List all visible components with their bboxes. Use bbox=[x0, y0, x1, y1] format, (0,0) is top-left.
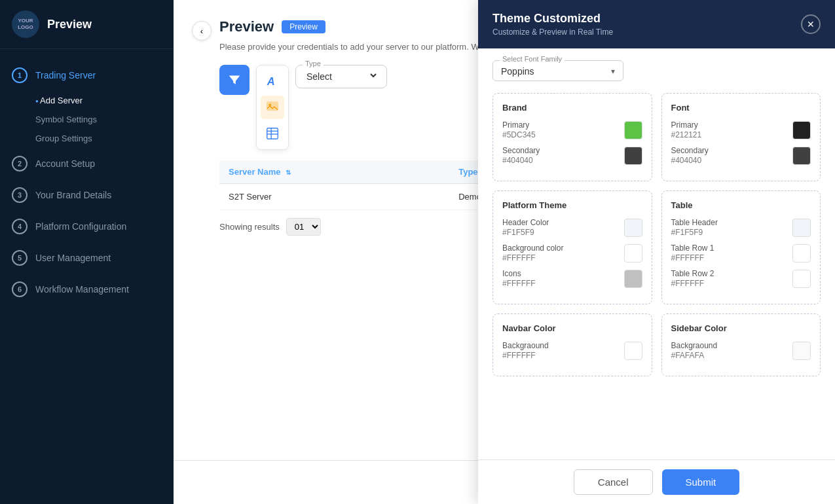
sidebar-item-label-3: Your Brand Details bbox=[35, 190, 111, 200]
sidebar-item-label-4: Platform Configuration bbox=[35, 221, 126, 232]
platform-bg-label: Background color bbox=[502, 243, 563, 253]
image-icon-btn[interactable] bbox=[261, 96, 284, 119]
navbar-bg-info: Backgraound #FFFFFF bbox=[502, 341, 549, 360]
navbar-title: Navbar Color bbox=[502, 323, 642, 333]
type-select[interactable]: Select Demo Live bbox=[304, 68, 379, 82]
sidebar-color-title: Sidebar Color bbox=[671, 323, 811, 333]
table-icon-btn[interactable] bbox=[261, 122, 284, 145]
table-row1-swatch[interactable] bbox=[792, 244, 811, 262]
theme-subtitle: Customize & Preview in Real Time bbox=[492, 27, 613, 37]
sidebar-bg-swatch[interactable] bbox=[792, 342, 811, 360]
theme-body: Select Font Family Poppins ▾ Brand Prima… bbox=[478, 48, 835, 459]
sidebar-item-label-2: Account Setup bbox=[35, 158, 95, 169]
platform-bg-row: Background color #FFFFFF bbox=[502, 243, 642, 262]
font-title: Font bbox=[671, 103, 811, 113]
theme-title: Theme Customized bbox=[492, 12, 613, 26]
sidebar-item-account-setup[interactable]: 2 Account Setup bbox=[0, 148, 174, 179]
sidebar-bg-hex: #FAFAFA bbox=[671, 351, 718, 360]
platform-header-swatch[interactable] bbox=[624, 219, 642, 237]
theme-header-text: Theme Customized Customize & Preview in … bbox=[492, 12, 613, 37]
brand-primary-row: Primary #5DC345 bbox=[502, 120, 642, 139]
theme-header: Theme Customized Customize & Preview in … bbox=[478, 0, 835, 48]
font-secondary-label: Secondary bbox=[671, 146, 709, 155]
table-header-label: Table Header bbox=[671, 218, 718, 227]
typography-icon-btn[interactable]: A bbox=[261, 69, 284, 93]
font-secondary-swatch[interactable] bbox=[792, 147, 811, 165]
table-section: Table Table Header #F1F5F9 Table Row 1 #… bbox=[661, 190, 821, 304]
sidebar-item-label-6: Workflow Management bbox=[35, 284, 129, 295]
icon-panel: A bbox=[256, 65, 289, 150]
table-header-hex: #F1F5F9 bbox=[671, 228, 718, 237]
brand-primary-label: Primary bbox=[502, 120, 536, 130]
sections-grid-platform-table: Platform Theme Header Color #F1F5F9 Back… bbox=[492, 190, 821, 304]
type-select-wrapper: Type Select Demo Live bbox=[295, 65, 387, 88]
sidebar-item-platform-config[interactable]: 4 Platform Configuration bbox=[0, 211, 174, 242]
brand-primary-swatch[interactable] bbox=[624, 121, 642, 139]
sidebar-bg-label: Backgraound bbox=[671, 341, 718, 350]
step-3-circle: 3 bbox=[12, 187, 28, 203]
platform-icons-hex: #FFFFFF bbox=[502, 279, 536, 288]
step-6-circle: 6 bbox=[12, 281, 28, 297]
sidebar-color-section: Sidebar Color Backgraound #FAFAFA bbox=[661, 314, 821, 376]
theme-footer: Cancel Submit bbox=[478, 459, 835, 504]
sidebar-item-label-5: User Management bbox=[35, 253, 111, 263]
platform-bg-swatch[interactable] bbox=[624, 244, 642, 262]
theme-close-button[interactable]: ✕ bbox=[801, 14, 821, 34]
cell-server-name: S2T Server bbox=[219, 184, 449, 210]
brand-secondary-label: Secondary bbox=[502, 146, 540, 155]
platform-theme-section: Platform Theme Header Color #F1F5F9 Back… bbox=[492, 190, 652, 304]
platform-icons-label: Icons bbox=[502, 269, 536, 278]
brand-section: Brand Primary #5DC345 Secondary #404040 bbox=[492, 93, 652, 181]
font-family-group: Select Font Family Poppins ▾ bbox=[492, 60, 821, 81]
collapse-sidebar-button[interactable]: ‹ bbox=[192, 21, 212, 41]
app-title: Preview bbox=[47, 18, 92, 31]
sidebar-sub-add-server[interactable]: Add Server bbox=[35, 91, 174, 110]
brand-title: Brand bbox=[502, 103, 642, 113]
main-area: ‹ Preview Preview Please provide your cr… bbox=[174, 0, 835, 504]
sections-grid-navbar-sidebar: Navbar Color Backgraound #FFFFFF Sidebar… bbox=[492, 314, 821, 376]
sidebar-sub-symbol-settings[interactable]: Symbol Settings bbox=[35, 110, 174, 129]
svg-rect-3 bbox=[267, 128, 278, 139]
svg-text:A: A bbox=[267, 75, 275, 87]
submit-button[interactable]: Submit bbox=[662, 469, 740, 495]
platform-icons-swatch[interactable] bbox=[624, 270, 642, 288]
font-primary-info: Primary #212121 bbox=[671, 120, 702, 139]
platform-header-hex: #F1F5F9 bbox=[502, 228, 549, 237]
sidebar-item-user-management[interactable]: 5 User Management bbox=[0, 242, 174, 274]
table-row2-row: Table Row 2 #FFFFFF bbox=[671, 269, 811, 288]
sidebar-item-brand-details[interactable]: 3 Your Brand Details bbox=[0, 179, 174, 211]
navbar-bg-swatch[interactable] bbox=[624, 342, 642, 360]
step-5-circle: 5 bbox=[12, 250, 28, 266]
table-header-swatch[interactable] bbox=[792, 219, 811, 237]
font-secondary-row: Secondary #404040 bbox=[671, 146, 811, 165]
sidebar-bg-info: Backgraound #FAFAFA bbox=[671, 341, 718, 360]
cancel-button[interactable]: Cancel bbox=[574, 469, 653, 495]
table-row1-info: Table Row 1 #FFFFFF bbox=[671, 243, 714, 262]
filter-button[interactable] bbox=[219, 65, 250, 95]
platform-header-label: Header Color bbox=[502, 218, 549, 227]
page-title: Preview bbox=[219, 18, 274, 35]
step-2-circle: 2 bbox=[12, 156, 28, 171]
results-per-page-select[interactable]: 01 10 25 50 bbox=[286, 218, 321, 236]
col-server-name[interactable]: Server Name ⇅ bbox=[219, 160, 449, 184]
table-icon bbox=[265, 126, 280, 141]
font-primary-hex: #212121 bbox=[671, 130, 702, 139]
table-row2-hex: #FFFFFF bbox=[671, 279, 714, 288]
table-header-row: Table Header #F1F5F9 bbox=[671, 218, 811, 237]
font-primary-swatch[interactable] bbox=[792, 121, 811, 139]
sidebar-item-label-1: Trading Server bbox=[35, 70, 96, 81]
type-label: Type bbox=[303, 60, 324, 67]
table-row1-row: Table Row 1 #FFFFFF bbox=[671, 243, 811, 262]
step-4-circle: 4 bbox=[12, 219, 28, 234]
table-row2-swatch[interactable] bbox=[792, 270, 811, 288]
sidebar-item-workflow-management[interactable]: 6 Workflow Management bbox=[0, 274, 174, 305]
font-family-dropdown-icon[interactable]: ▾ bbox=[611, 67, 615, 76]
sections-grid-brand-font: Brand Primary #5DC345 Secondary #404040 bbox=[492, 93, 821, 181]
platform-header-info: Header Color #F1F5F9 bbox=[502, 218, 549, 237]
table-row2-label: Table Row 2 bbox=[671, 269, 714, 278]
sidebar-item-trading-server[interactable]: 1 Trading Server bbox=[0, 60, 174, 91]
brand-secondary-swatch[interactable] bbox=[624, 147, 642, 165]
font-family-label: Select Font Family bbox=[500, 55, 565, 63]
sidebar-bg-row: Backgraound #FAFAFA bbox=[671, 341, 811, 360]
sidebar-sub-group-settings[interactable]: Group Settings bbox=[35, 129, 174, 148]
